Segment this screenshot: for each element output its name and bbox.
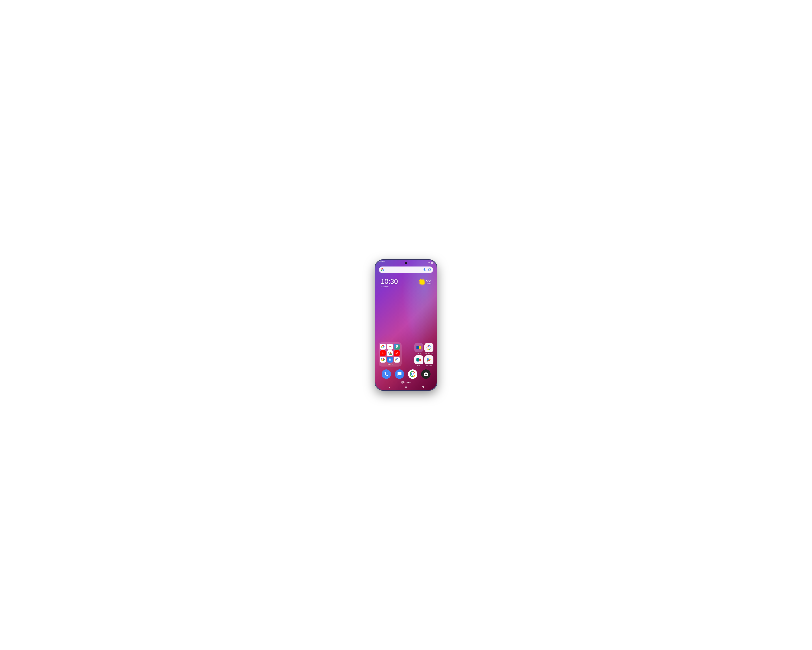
app-play-store-wrapper: Play Store [424, 355, 433, 367]
status-time: 10:30 [378, 261, 383, 263]
top-right-row: Coppel 1 Google [403, 343, 433, 354]
wifi-icon [428, 262, 430, 264]
dock-chrome-wrapper [408, 369, 417, 379]
dock-camera[interactable] [421, 369, 430, 379]
phone-screen: 10:30 120Hz [375, 260, 437, 390]
phone-device: 10:30 120Hz [375, 260, 437, 390]
weather-temperature: 24°C 23-24°C [426, 280, 432, 284]
app-meet[interactable] [414, 355, 423, 364]
bottom-right-row: Meet [403, 355, 433, 367]
app-google-one-wrapper: 1 Google One [424, 343, 433, 354]
search-action-icons [423, 268, 431, 272]
right-apps-column: Coppel 1 Google [403, 343, 433, 367]
app-maps[interactable] [394, 344, 400, 350]
svg-rect-20 [417, 358, 419, 361]
microphone-icon[interactable] [423, 268, 427, 272]
weather-sun-icon [420, 280, 424, 284]
svg-point-7 [397, 346, 397, 347]
weather-main-temp: 24°C [426, 280, 432, 283]
svg-point-24 [412, 373, 414, 375]
app-youtube[interactable] [380, 350, 386, 356]
app-photos[interactable] [380, 357, 386, 362]
svg-point-13 [389, 358, 391, 360]
status-icons [428, 262, 434, 264]
dock-chrome[interactable] [408, 369, 417, 379]
app-google-search[interactable] [380, 344, 386, 350]
dock-phone-wrapper [382, 369, 391, 379]
svg-point-5 [429, 269, 430, 270]
dock-camera-wrapper [421, 369, 430, 379]
dock-messages[interactable] [395, 369, 404, 379]
svg-point-15 [396, 359, 397, 360]
weather-temp-range: 23-24°C [426, 283, 432, 284]
dock-phone[interactable] [382, 369, 391, 379]
app-contacts[interactable] [387, 357, 393, 362]
dock-messages-wrapper [395, 369, 404, 379]
battery-icon [431, 262, 434, 264]
clock-widget: 10:30 10 de jun [381, 278, 398, 288]
status-hz: 120Hz [383, 261, 385, 265]
svg-point-27 [402, 382, 402, 382]
clock-date: 10 de jun [381, 285, 398, 288]
app-play-store[interactable] [424, 355, 433, 364]
google-folder[interactable]: Google [379, 342, 402, 367]
folder-grid [380, 344, 400, 362]
svg-point-12 [397, 353, 397, 354]
app-coppel-wrapper: Coppel [414, 343, 423, 354]
apps-area: Google Coppel [379, 342, 433, 367]
svg-rect-1 [431, 263, 433, 263]
svg-point-26 [425, 374, 426, 375]
nav-back-button[interactable]: ◄ [388, 386, 390, 388]
nav-home-button[interactable] [405, 386, 407, 388]
app-play-store-label: Play Store [426, 365, 432, 367]
google-g-logo [381, 268, 384, 271]
front-camera [405, 262, 407, 264]
app-google-one-label: Google One [425, 353, 432, 354]
dock [380, 369, 432, 379]
app-drive[interactable] [387, 350, 393, 356]
weather-widget: 24°C 23-24°C [420, 280, 432, 284]
app-coppel-label: Coppel [417, 353, 421, 354]
zuum-logo-icon [401, 381, 404, 384]
zuum-brand-name: zuum [404, 381, 411, 384]
search-bar[interactable] [379, 266, 433, 273]
folder-label: Google [380, 363, 400, 365]
app-coppel[interactable] [414, 343, 423, 352]
google-logo-icon [381, 268, 384, 271]
nav-recent-button[interactable] [422, 386, 424, 388]
app-camera-google[interactable] [394, 357, 400, 362]
google-lens-icon[interactable] [427, 268, 431, 272]
navigation-bar: ◄ [381, 386, 431, 388]
svg-rect-2 [424, 268, 425, 270]
clock-time: 10:30 [381, 278, 398, 285]
app-youtube-music[interactable] [394, 350, 400, 356]
app-meet-label: Meet [417, 365, 420, 367]
app-gmail[interactable] [387, 344, 393, 350]
app-meet-wrapper: Meet [414, 355, 423, 367]
zuum-branding: zuum [401, 381, 411, 384]
app-google-one[interactable]: 1 [424, 343, 433, 352]
